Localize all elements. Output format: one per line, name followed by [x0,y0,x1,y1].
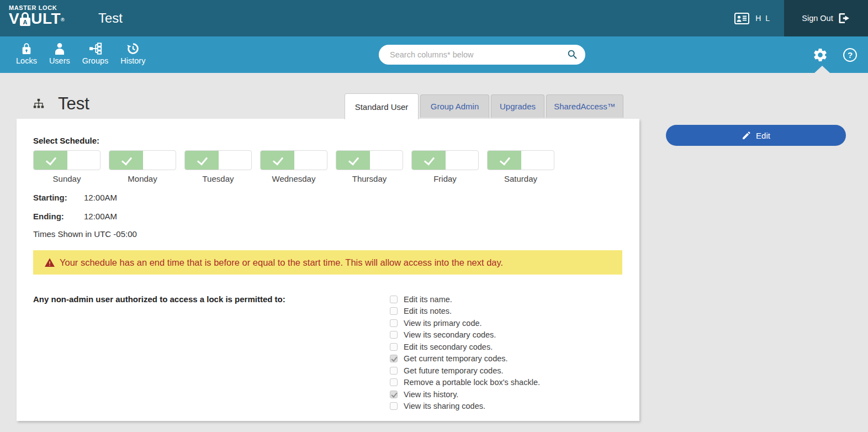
nav-item-history[interactable]: History [114,41,151,65]
perm-label: Remove a portable lock box's shackle. [404,378,540,387]
checkbox[interactable] [390,331,398,339]
starting-value: 12:00AM [84,193,117,202]
nav-label-history: History [120,56,145,65]
tab-label: Group Admin [431,102,479,111]
checkbox[interactable] [390,319,398,327]
page-title-text: Test [58,94,89,114]
primary-navbar: Locks Users Groups [0,36,868,73]
checkbox[interactable] [390,367,398,375]
perm-label: Get current temporary codes. [404,354,508,363]
day-toggle-monday[interactable] [109,150,176,170]
standard-user-panel: Select Schedule: Sunday Monday Tuesday W… [17,119,639,421]
sign-out-button[interactable]: Sign Out [784,0,868,36]
help-icon[interactable]: ? [843,48,857,62]
day-cell-sunday: Sunday [33,150,100,183]
checkbox[interactable] [390,391,398,398]
perm-item-view-history: View its history. [390,388,623,401]
day-toggle-wednesday[interactable] [260,150,327,170]
nav-item-groups[interactable]: Groups [76,41,115,65]
checkbox[interactable] [390,378,398,386]
day-cell-saturday: Saturday [487,150,554,183]
timezone-note: Times Shown in UTC -05:00 [33,229,623,239]
day-cell-tuesday: Tuesday [184,150,252,183]
page-title: Test [33,94,89,114]
account-menu[interactable]: H L [734,0,771,36]
schedule-days-row: Sunday Monday Tuesday Wednesday Thursday… [33,150,623,183]
main-content: Test Standard User Group Admin Upgrades … [0,73,868,432]
perm-item-edit-notes: Edit its notes. [390,305,623,318]
logo-letter-v: V [9,11,19,27]
day-label: Saturday [487,174,554,183]
logo-letters-ult: ULT [31,11,61,27]
perm-item-remove-shackle: Remove a portable lock box's shackle. [390,377,623,389]
user-icon [53,41,66,55]
perm-label: Get future temporary codes. [404,366,504,375]
app-header: MASTER LOCK V A ULT ® Test H L Sign Out [0,0,868,36]
user-initials: H L [755,14,771,23]
master-lock-vault-logo[interactable]: MASTER LOCK V A ULT ® [9,4,65,28]
permissions-heading: Any non-admin user authorized to access … [33,293,390,412]
day-label: Monday [109,174,176,183]
checkbox[interactable] [390,296,398,303]
nav-label-users: Users [49,56,70,65]
ending-label: Ending: [33,212,84,221]
nav-item-locks[interactable]: Locks [10,41,43,65]
perm-item-edit-name: Edit its name. [390,293,623,305]
checkbox[interactable] [390,402,398,410]
nav-item-users[interactable]: Users [43,41,76,65]
nav-label-groups: Groups [82,56,109,65]
nav-items: Locks Users Groups [10,41,151,65]
checkbox[interactable] [390,355,398,362]
day-label: Sunday [33,174,100,183]
nav-label-locks: Locks [16,56,37,65]
tab-sharedaccess[interactable]: SharedAccess™ [546,94,623,118]
tab-label: SharedAccess™ [554,102,616,111]
sign-out-label: Sign Out [802,14,833,23]
settings-caret [814,66,830,73]
schedule-warning-banner: Your schedule has an end time that is be… [33,250,622,275]
perm-label: Edit its secondary codes. [404,343,493,351]
day-cell-thursday: Thursday [336,150,403,183]
day-toggle-friday[interactable] [411,150,479,170]
ending-time-row: Ending: 12:00AM [33,212,623,221]
day-label: Friday [411,174,479,183]
window-title: Test [98,10,123,26]
search-input[interactable] [379,45,585,65]
checkbox[interactable] [390,343,398,351]
checkbox[interactable] [390,307,398,315]
day-cell-friday: Friday [411,150,479,183]
tab-label: Upgrades [500,102,536,111]
day-label: Thursday [336,174,403,183]
starting-time-row: Starting: 12:00AM [33,193,623,202]
tab-standard-user[interactable]: Standard User [345,93,419,119]
day-cell-monday: Monday [109,150,176,183]
help-glyph: ? [848,50,853,60]
day-toggle-thursday[interactable] [336,150,403,170]
sign-out-icon [838,13,850,24]
search-bar [379,45,585,65]
tab-upgrades[interactable]: Upgrades [491,94,544,118]
perm-item-edit-secondary-codes: Edit its secondary codes. [390,341,623,353]
day-toggle-sunday[interactable] [33,150,100,170]
history-icon [126,41,140,55]
search-icon[interactable] [567,49,579,61]
perm-item-view-secondary-codes: View its secondary codes. [390,329,623,341]
settings-gear-icon[interactable] [812,47,828,63]
group-hierarchy-icon [33,98,44,109]
day-label: Wednesday [260,174,327,183]
padlock-a-icon: A [20,11,30,26]
select-schedule-label: Select Schedule: [33,136,623,145]
edit-button-label: Edit [756,131,770,140]
edit-pencil-icon [742,131,751,140]
day-toggle-tuesday[interactable] [184,150,252,170]
tab-group-admin[interactable]: Group Admin [420,94,489,118]
edit-button[interactable]: Edit [666,125,846,146]
perm-label: Edit its notes. [404,307,452,315]
day-toggle-saturday[interactable] [487,150,554,170]
ending-value: 12:00AM [84,212,117,221]
warning-text: Your schedule has an end time that is be… [60,257,503,268]
permissions-section: Any non-admin user authorized to access … [33,293,623,412]
id-card-icon [734,13,749,24]
perm-label: View its primary code. [404,319,482,328]
tab-label: Standard User [355,102,409,112]
